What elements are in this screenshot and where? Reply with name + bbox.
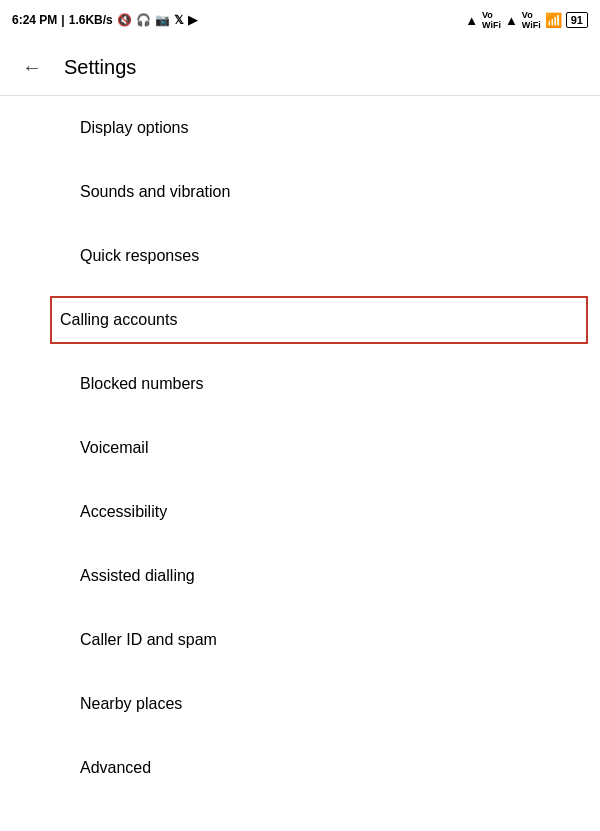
settings-item-label-nearby-places: Nearby places <box>80 695 182 713</box>
settings-item-blocked-numbers[interactable]: Blocked numbers <box>0 352 600 416</box>
status-bar: 6:24 PM | 1.6KB/s 🔇 🎧 📷 𝕏 ▶ ▲ VoWiFi ▲ V… <box>0 0 600 40</box>
vo-wifi-1: VoWiFi <box>482 10 501 30</box>
signal-icon-1: ▲ <box>465 13 478 28</box>
play-icon: ▶ <box>188 13 197 27</box>
settings-item-label-advanced: Advanced <box>80 759 151 777</box>
settings-item-label-voicemail: Voicemail <box>80 439 148 457</box>
wifi-icon: 📶 <box>545 12 562 28</box>
settings-item-sounds-vibration[interactable]: Sounds and vibration <box>0 160 600 224</box>
settings-item-caller-id-spam[interactable]: Caller ID and spam <box>0 608 600 672</box>
status-left: 6:24 PM | 1.6KB/s 🔇 🎧 📷 𝕏 ▶ <box>12 13 197 27</box>
battery-indicator: 91 <box>566 12 588 28</box>
settings-item-advanced[interactable]: Advanced <box>0 736 600 800</box>
settings-item-display-options[interactable]: Display options <box>0 96 600 160</box>
settings-item-label-display-options: Display options <box>80 119 189 137</box>
settings-item-nearby-places[interactable]: Nearby places <box>0 672 600 736</box>
settings-item-label-quick-responses: Quick responses <box>80 247 199 265</box>
settings-item-label-calling-accounts: Calling accounts <box>60 311 177 329</box>
settings-item-calling-accounts[interactable]: Calling accounts <box>0 288 600 352</box>
settings-item-accessibility[interactable]: Accessibility <box>0 480 600 544</box>
data-speed: | <box>61 13 64 27</box>
back-arrow-icon: ← <box>22 56 42 79</box>
settings-item-label-accessibility: Accessibility <box>80 503 167 521</box>
data-speed-value: 1.6KB/s <box>69 13 113 27</box>
settings-list: Display optionsSounds and vibrationQuick… <box>0 96 600 800</box>
toolbar: ← Settings <box>0 40 600 96</box>
headphone-icon: 🎧 <box>136 13 151 27</box>
signal-icon-2: ▲ <box>505 13 518 28</box>
settings-item-label-sounds-vibration: Sounds and vibration <box>80 183 230 201</box>
status-right: ▲ VoWiFi ▲ VoWiFi 📶 91 <box>465 10 588 30</box>
back-button[interactable]: ← <box>8 44 56 92</box>
vo-wifi-2: VoWiFi <box>522 10 541 30</box>
settings-item-label-blocked-numbers: Blocked numbers <box>80 375 204 393</box>
screenshot-icon: 📷 <box>155 13 170 27</box>
page-title: Settings <box>64 56 136 79</box>
twitter-icon: 𝕏 <box>174 13 184 27</box>
settings-item-assisted-dialling[interactable]: Assisted dialling <box>0 544 600 608</box>
mute-icon: 🔇 <box>117 13 132 27</box>
time: 6:24 PM <box>12 13 57 27</box>
settings-item-voicemail[interactable]: Voicemail <box>0 416 600 480</box>
settings-item-label-caller-id-spam: Caller ID and spam <box>80 631 217 649</box>
settings-item-quick-responses[interactable]: Quick responses <box>0 224 600 288</box>
settings-item-label-assisted-dialling: Assisted dialling <box>80 567 195 585</box>
